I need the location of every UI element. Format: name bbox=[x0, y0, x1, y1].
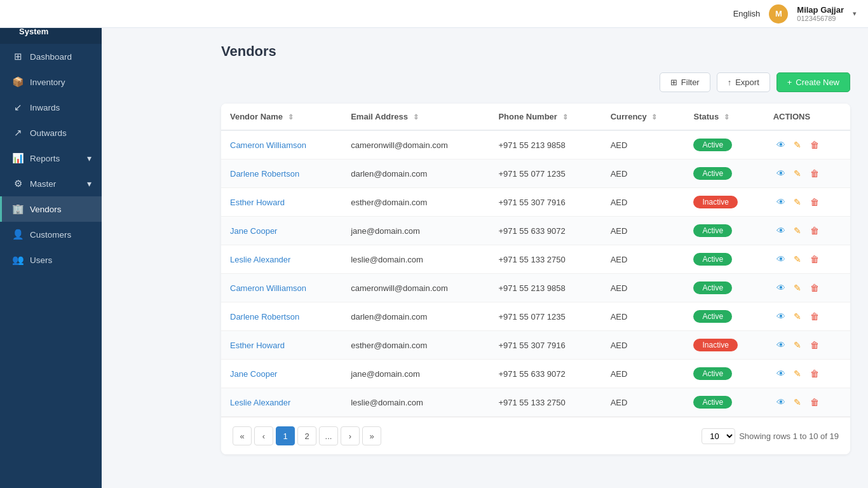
phone-cell: +971 55 633 9072 bbox=[489, 360, 601, 388]
view-button[interactable]: 👁 bbox=[773, 338, 789, 352]
language-selector[interactable]: English bbox=[733, 9, 761, 18]
table-row: Cameron Williamson cameronwill@domain.co… bbox=[221, 274, 850, 302]
last-page-button[interactable]: » bbox=[362, 426, 381, 445]
user-dropdown-arrow[interactable]: ▾ bbox=[853, 10, 857, 18]
next-page-button[interactable]: › bbox=[341, 426, 360, 445]
outwards-icon: ↗ bbox=[12, 127, 24, 139]
sort-status-icon: ⇕ bbox=[724, 113, 729, 121]
reports-icon: 📊 bbox=[12, 152, 24, 164]
prev-page-button[interactable]: ‹ bbox=[254, 426, 273, 445]
currency-cell: AED bbox=[602, 302, 685, 331]
actions-cell: 👁 ✎ 🗑 bbox=[764, 274, 850, 302]
phone-cell: +971 55 133 2750 bbox=[489, 245, 601, 274]
edit-button[interactable]: ✎ bbox=[790, 395, 804, 409]
actions-cell: 👁 ✎ 🗑 bbox=[764, 302, 850, 331]
status-badge: Active bbox=[693, 167, 732, 180]
arrow-icon-reports: ▾ bbox=[87, 153, 92, 163]
view-button[interactable]: 👁 bbox=[773, 195, 789, 209]
vendor-name-link[interactable]: Esther Howard bbox=[230, 341, 285, 350]
sidebar-item-outwards[interactable]: ↗ Outwards bbox=[0, 120, 102, 146]
sidebar-item-master[interactable]: ⚙ Master ▾ bbox=[0, 171, 102, 196]
view-button[interactable]: 👁 bbox=[773, 252, 789, 266]
delete-button[interactable]: 🗑 bbox=[807, 195, 822, 209]
edit-button[interactable]: ✎ bbox=[790, 166, 804, 180]
sidebar-item-inwards[interactable]: ↙ Inwards bbox=[0, 95, 102, 120]
currency-cell: AED bbox=[602, 331, 685, 360]
edit-button[interactable]: ✎ bbox=[790, 367, 804, 381]
vendor-name-link[interactable]: Darlene Robertson bbox=[230, 312, 299, 322]
table-row: Darlene Robertson darlen@domain.com +971… bbox=[221, 302, 850, 331]
vendor-name-link[interactable]: Jane Cooper bbox=[230, 226, 277, 236]
rows-per-page-select[interactable]: 10 25 50 bbox=[702, 428, 735, 444]
edit-button[interactable]: ✎ bbox=[790, 281, 804, 295]
status-cell: Active bbox=[684, 274, 764, 302]
sidebar-item-customers[interactable]: 👤 Customers bbox=[0, 222, 102, 247]
ellipsis-button: ... bbox=[319, 426, 338, 445]
first-page-button[interactable]: « bbox=[233, 426, 252, 445]
sidebar-item-dashboard[interactable]: ⊞ Dashboard bbox=[0, 44, 102, 69]
status-cell: Active bbox=[684, 130, 764, 159]
users-icon: 👥 bbox=[12, 254, 24, 266]
view-button[interactable]: 👁 bbox=[773, 166, 789, 180]
view-button[interactable]: 👁 bbox=[773, 224, 789, 238]
status-cell: Active bbox=[684, 388, 764, 417]
col-status[interactable]: Status ⇕ bbox=[684, 104, 764, 130]
edit-button[interactable]: ✎ bbox=[790, 309, 804, 323]
actions-cell: 👁 ✎ 🗑 bbox=[764, 331, 850, 360]
col-email[interactable]: Email Address ⇕ bbox=[342, 104, 489, 130]
vendor-name-link[interactable]: Cameron Williamson bbox=[230, 140, 306, 150]
delete-button[interactable]: 🗑 bbox=[807, 367, 822, 381]
sidebar-item-inventory[interactable]: 📦 Inventory bbox=[0, 69, 102, 95]
col-phone[interactable]: Phone Number ⇕ bbox=[489, 104, 601, 130]
vendor-name-link[interactable]: Cameron Williamson bbox=[230, 283, 306, 293]
delete-button[interactable]: 🗑 bbox=[807, 395, 822, 409]
vendor-name-link[interactable]: Leslie Alexander bbox=[230, 398, 290, 407]
plus-icon: + bbox=[787, 78, 792, 87]
filter-button[interactable]: ⊞ Filter bbox=[660, 72, 710, 92]
view-button[interactable]: 👁 bbox=[773, 367, 789, 381]
sort-vendor-name-icon: ⇕ bbox=[288, 113, 294, 121]
email-cell: esther@domain.com bbox=[342, 188, 489, 217]
rows-selector: 10 25 50 Showing rows 1 to 10 of 19 bbox=[702, 428, 839, 444]
edit-button[interactable]: ✎ bbox=[790, 338, 804, 352]
sidebar-item-users[interactable]: 👥 Users bbox=[0, 247, 102, 273]
status-badge: Active bbox=[693, 396, 732, 409]
vendor-name-link[interactable]: Leslie Alexander bbox=[230, 255, 290, 264]
export-button[interactable]: ↑ Export bbox=[717, 72, 770, 92]
delete-button[interactable]: 🗑 bbox=[807, 138, 822, 152]
col-vendor-name[interactable]: Vendor Name ⇕ bbox=[221, 104, 342, 130]
sidebar-item-reports[interactable]: 📊 Reports ▾ bbox=[0, 146, 102, 171]
view-button[interactable]: 👁 bbox=[773, 138, 789, 152]
showing-text: Showing rows 1 to 10 of 19 bbox=[739, 431, 839, 441]
view-button[interactable]: 👁 bbox=[773, 281, 789, 295]
sidebar-item-vendors[interactable]: 🏢 Vendors bbox=[0, 196, 102, 222]
delete-button[interactable]: 🗑 bbox=[807, 281, 822, 295]
vendor-name-link[interactable]: Darlene Robertson bbox=[230, 169, 299, 179]
col-currency[interactable]: Currency ⇕ bbox=[602, 104, 685, 130]
sort-currency-icon: ⇕ bbox=[651, 113, 657, 121]
phone-cell: +971 55 633 9072 bbox=[489, 217, 601, 245]
delete-button[interactable]: 🗑 bbox=[807, 252, 822, 266]
delete-button[interactable]: 🗑 bbox=[807, 166, 822, 180]
delete-button[interactable]: 🗑 bbox=[807, 224, 822, 238]
delete-button[interactable]: 🗑 bbox=[807, 338, 822, 352]
vendor-name-link[interactable]: Esther Howard bbox=[230, 198, 285, 207]
inventory-icon: 📦 bbox=[12, 76, 24, 88]
page-2-button[interactable]: 2 bbox=[297, 426, 316, 445]
vendors-icon: 🏢 bbox=[12, 203, 24, 215]
edit-button[interactable]: ✎ bbox=[790, 252, 804, 266]
sidebar-label-inventory: Inventory bbox=[30, 78, 65, 87]
view-button[interactable]: 👁 bbox=[773, 395, 789, 409]
create-new-button[interactable]: + Create New bbox=[776, 72, 850, 92]
phone-cell: +971 55 213 9858 bbox=[489, 130, 601, 159]
edit-button[interactable]: ✎ bbox=[790, 195, 804, 209]
sidebar-label-users: Users bbox=[30, 255, 52, 265]
edit-button[interactable]: ✎ bbox=[790, 224, 804, 238]
vendor-name-link[interactable]: Jane Cooper bbox=[230, 369, 277, 379]
email-cell: leslie@domain.com bbox=[342, 245, 489, 274]
user-info: Milap Gajjar 0123456789 bbox=[797, 5, 844, 22]
edit-button[interactable]: ✎ bbox=[790, 138, 804, 152]
view-button[interactable]: 👁 bbox=[773, 309, 789, 323]
delete-button[interactable]: 🗑 bbox=[807, 309, 822, 323]
page-1-button[interactable]: 1 bbox=[276, 426, 295, 445]
